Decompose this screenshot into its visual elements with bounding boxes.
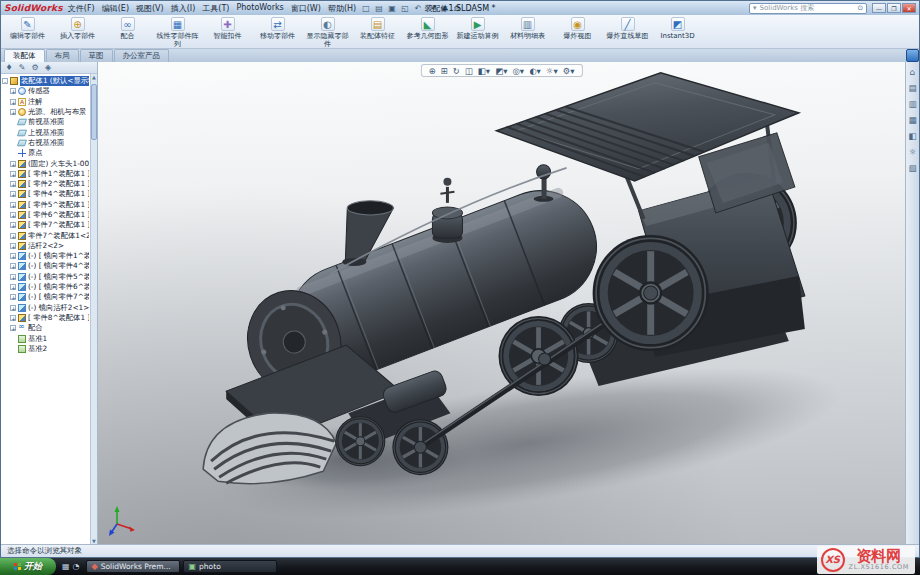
- tree-expander[interactable]: +: [10, 253, 16, 259]
- dimxpert-tab-icon[interactable]: ◈: [43, 63, 53, 72]
- linear-component-pattern-button[interactable]: ▦ 线性零部件阵列: [153, 16, 202, 47]
- graphics-area[interactable]: ⊕⊞↻◫◧▾◩▾◎▾◐▾☼▾⚙▾: [98, 62, 905, 544]
- scroll-up-icon[interactable]: ▲: [91, 74, 97, 80]
- tab-layout[interactable]: 布局: [46, 49, 79, 62]
- maximize-button[interactable]: ❐: [887, 3, 901, 13]
- tree-item[interactable]: + 活杆2<2>: [2, 241, 89, 251]
- scene-icon[interactable]: ☼: [909, 147, 917, 157]
- tree-expander[interactable]: [10, 150, 16, 156]
- tree-scrollbar[interactable]: ▲ ▼: [90, 74, 97, 544]
- hide-show-items-icon[interactable]: ◎▾: [512, 66, 524, 76]
- task-photo[interactable]: ▣ photo: [183, 560, 277, 573]
- task-solidworks[interactable]: ◆ SolidWorks Prem...: [86, 560, 180, 573]
- edit-component-button[interactable]: ✎ 编辑零部件: [3, 16, 52, 47]
- search-input[interactable]: ▾ SolidWorks 搜索 ⊙: [749, 3, 867, 14]
- start-button[interactable]: 开始: [0, 558, 56, 575]
- browser-icon[interactable]: ◔: [73, 562, 80, 571]
- tree-item[interactable]: + [ 零件6^装配体1 ]<1>: [2, 210, 89, 220]
- close-button[interactable]: ✕: [902, 3, 916, 13]
- explode-line-sketch-button[interactable]: ╱ 爆炸直线草图: [603, 16, 652, 47]
- tree-item[interactable]: + (-) [ 镜向零件1^装配体1 ]<1>: [2, 251, 89, 261]
- tree-expander[interactable]: +: [10, 284, 16, 290]
- assembly-features-button[interactable]: ▤ 装配体特征: [353, 16, 402, 47]
- insert-components-button[interactable]: ⊕ 插入零部件: [53, 16, 102, 47]
- print-icon[interactable]: ◱: [400, 4, 410, 13]
- tree-item[interactable]: + (-) [ 镜向零件7^装配体1 ]<1>: [2, 292, 89, 302]
- tree-item[interactable]: 前视基准面: [2, 117, 89, 127]
- view-palette-icon[interactable]: ▦: [908, 115, 916, 125]
- tree-item[interactable]: + 光源、相机与布景: [2, 107, 89, 117]
- new-document-icon[interactable]: □: [361, 4, 371, 13]
- instant3d-button[interactable]: ◩ Instant3D: [653, 16, 702, 47]
- search-icon[interactable]: ⊙: [857, 4, 863, 12]
- apply-scene-icon[interactable]: ☼▾: [546, 66, 558, 76]
- menu-item[interactable]: 文件(F): [68, 3, 95, 14]
- tree-item[interactable]: 基准1: [2, 333, 89, 343]
- menu-item[interactable]: 工具(T): [202, 3, 229, 14]
- view-orientation-icon[interactable]: ◧▾: [478, 66, 490, 76]
- tree-item[interactable]: + 注解: [2, 97, 89, 107]
- propertymanager-tab-icon[interactable]: ✎: [17, 63, 27, 72]
- solidworks-resources-icon[interactable]: ⌂: [910, 67, 915, 77]
- mate-button[interactable]: ∞ 配合: [103, 16, 152, 47]
- tree-item[interactable]: + (-) [ 镜向零件5^装配体1 ]<1>: [2, 272, 89, 282]
- display-style-icon[interactable]: ◩▾: [495, 66, 507, 76]
- tree-expander[interactable]: [10, 119, 16, 125]
- menu-item[interactable]: 视图(V): [136, 3, 164, 14]
- instant3d-toggle[interactable]: [906, 49, 919, 62]
- train-3d-model[interactable]: [98, 62, 905, 544]
- move-component-button[interactable]: ⇄ 移动零部件: [253, 16, 302, 47]
- scroll-down-icon[interactable]: ▼: [91, 538, 97, 544]
- tree-item[interactable]: + [ 零件2^装配体1 ]<1>: [2, 179, 89, 189]
- tree-expander[interactable]: +: [10, 212, 16, 218]
- tree-expander[interactable]: +: [10, 305, 16, 311]
- section-view-icon[interactable]: ◫: [465, 66, 473, 76]
- tree-expander[interactable]: +: [10, 171, 16, 177]
- zoom-to-area-icon[interactable]: ⊞: [441, 66, 448, 76]
- tree-item[interactable]: + (-) 镜向活杆2<1>: [2, 303, 89, 313]
- new-motion-study-button[interactable]: ▶ 新建运动算例: [453, 16, 502, 47]
- tree-item[interactable]: 基准2: [2, 344, 89, 354]
- tree-item[interactable]: 原点: [2, 148, 89, 158]
- tree-item[interactable]: + [ 零件8^装配体1 ]<1>: [2, 313, 89, 323]
- previous-view-icon[interactable]: ↻: [453, 66, 460, 76]
- tree-item[interactable]: + [ 零件5^装配体1 ]<1>: [2, 200, 89, 210]
- tree-expander[interactable]: +: [10, 325, 16, 331]
- tree-item[interactable]: + (-) [ 镜向零件6^装配体1 ]<1>: [2, 282, 89, 292]
- scrollbar-thumb[interactable]: [91, 84, 97, 140]
- tree-item[interactable]: + 零件7^装配体1<2>: [2, 230, 89, 240]
- reference-geometry-button[interactable]: ◣ 参考几何图形: [403, 16, 452, 47]
- tree-expander[interactable]: +: [10, 181, 16, 187]
- tree-expander[interactable]: +: [10, 294, 16, 300]
- configurationmanager-tab-icon[interactable]: ⚙: [30, 63, 40, 72]
- menu-item[interactable]: PhotoWorks: [236, 3, 283, 14]
- menu-item[interactable]: 窗口(W): [291, 3, 321, 14]
- tree-expander[interactable]: [10, 346, 16, 352]
- design-library-icon[interactable]: ▤: [908, 83, 916, 93]
- tree-expander[interactable]: +: [10, 274, 16, 280]
- tree-item[interactable]: + (固定) 火车头1-001<1>: [2, 158, 89, 168]
- save-icon[interactable]: ▣: [387, 4, 397, 13]
- tree-expander[interactable]: +: [10, 243, 16, 249]
- tree-expander[interactable]: [10, 130, 16, 136]
- tree-item[interactable]: - 装配体1 (默认<显示状态-1>): [2, 76, 89, 86]
- tree-expander[interactable]: +: [10, 109, 16, 115]
- featuremanager-tab-icon[interactable]: ♦: [4, 63, 14, 72]
- tab-assembly[interactable]: 装配体: [4, 49, 45, 62]
- tree-item[interactable]: + [ 零件1^装配体1 ]<1>: [2, 169, 89, 179]
- menu-item[interactable]: 帮助(H): [328, 3, 356, 14]
- tree-item[interactable]: 上视基准面: [2, 127, 89, 137]
- tree-expander[interactable]: [10, 336, 16, 342]
- show-desktop-icon[interactable]: ▦: [62, 562, 70, 571]
- menu-item[interactable]: 插入(I): [171, 3, 196, 14]
- view-settings-icon[interactable]: ⚙▾: [563, 66, 575, 76]
- open-icon[interactable]: ▤: [374, 4, 384, 13]
- exploded-view-button[interactable]: ◉ 爆炸视图: [553, 16, 602, 47]
- tree-expander[interactable]: [10, 140, 16, 146]
- tree-item[interactable]: + 配合: [2, 323, 89, 333]
- undo-icon[interactable]: ↶: [413, 4, 423, 13]
- tree-expander[interactable]: +: [10, 88, 16, 94]
- bill-of-materials-button[interactable]: ▥ 材料明细表: [503, 16, 552, 47]
- tree-expander[interactable]: +: [10, 161, 16, 167]
- tree-expander[interactable]: +: [10, 99, 16, 105]
